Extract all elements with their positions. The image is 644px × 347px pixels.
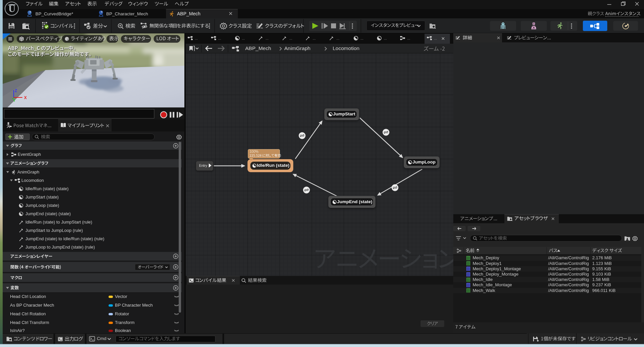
svg-text:Z: Z [15,88,17,93]
svg-text:X: X [24,95,27,100]
svg-text:Y: Y [13,98,16,102]
